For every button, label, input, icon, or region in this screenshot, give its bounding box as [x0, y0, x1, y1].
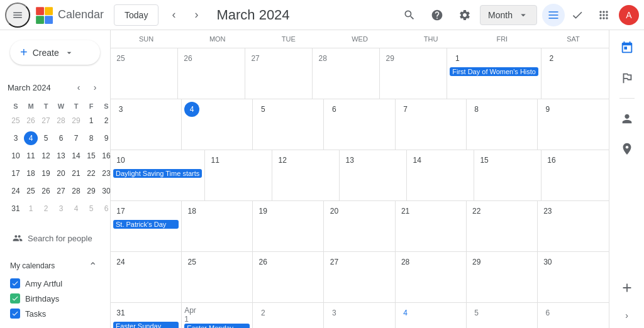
cal-day[interactable]: 21 [396, 201, 467, 251]
cal-day[interactable]: 2 [541, 48, 609, 99]
today-button[interactable]: Today [114, 4, 158, 26]
mini-cal-day[interactable]: 4 [69, 200, 83, 217]
cal-day[interactable]: 4 [396, 303, 467, 328]
day-number[interactable]: 20 [326, 204, 341, 219]
mini-cal-next[interactable]: › [87, 80, 103, 95]
cal-day[interactable]: 2 [253, 303, 324, 328]
cal-day[interactable]: 9 [538, 99, 609, 150]
mini-cal-day[interactable]: 26 [39, 183, 53, 199]
day-number[interactable]: 7 [398, 102, 413, 117]
cal-day[interactable]: 15 [474, 150, 541, 200]
mini-cal-day[interactable]: 30 [99, 183, 111, 199]
day-number[interactable]: 28 [398, 254, 413, 270]
mini-cal-day[interactable]: 3 [9, 130, 23, 146]
day-number[interactable]: 26 [255, 254, 270, 270]
day-number[interactable]: 30 [540, 254, 555, 270]
mini-cal-day[interactable]: 20 [54, 165, 68, 182]
grid-view-button[interactable] [542, 4, 565, 26]
mini-cal-day[interactable]: 10 [9, 148, 23, 164]
cal-day[interactable]: 29 [380, 48, 447, 99]
day-number[interactable]: 16 [544, 153, 559, 168]
mini-cal-day[interactable]: 27 [39, 112, 53, 129]
mini-cal-prev[interactable]: ‹ [71, 80, 86, 95]
cal-day[interactable]: 5 [253, 99, 324, 150]
mini-cal-day[interactable]: 2 [39, 200, 53, 217]
cal-day[interactable]: 18 [182, 201, 253, 251]
day-number[interactable]: Apr 1 [184, 307, 199, 322]
cal-day[interactable]: 14 [407, 150, 474, 200]
day-number[interactable]: 29 [469, 254, 484, 270]
day-number[interactable]: 12 [275, 153, 290, 168]
mini-cal-day[interactable]: 12 [39, 148, 53, 164]
prev-month-button[interactable]: ‹ [164, 5, 184, 25]
cal-day[interactable]: 28 [396, 252, 467, 302]
cal-day[interactable]: 26 [253, 252, 324, 302]
mini-cal-day[interactable]: 5 [84, 200, 98, 217]
calendar-item-amy[interactable]: Amy Artful [0, 276, 110, 291]
cal-day[interactable]: 7 [396, 99, 467, 150]
right-panel-calendar-icon[interactable] [614, 35, 640, 60]
mini-cal-day[interactable]: 1 [84, 112, 98, 129]
day-number[interactable]: 11 [208, 153, 223, 168]
mini-cal-day[interactable]: 29 [69, 112, 83, 129]
day-number[interactable]: 22 [469, 204, 484, 219]
mini-cal-day[interactable]: 13 [54, 148, 68, 164]
day-number[interactable]: 29 [382, 51, 397, 66]
settings-button[interactable] [452, 3, 477, 28]
cal-day[interactable]: 1First Day of Women's Histo [447, 48, 541, 99]
right-panel-add-button[interactable] [614, 275, 640, 300]
day-number[interactable]: 14 [409, 153, 425, 168]
cal-day[interactable]: 31Easter Sunday [111, 303, 182, 328]
month-view-selector[interactable]: Month [480, 5, 537, 25]
mini-cal-day[interactable]: 27 [54, 183, 68, 199]
calendar-event[interactable]: St. Patrick's Day [113, 220, 179, 229]
cal-day[interactable]: 3 [111, 99, 182, 150]
calendar-item-birthdays[interactable]: Birthdays [0, 291, 110, 306]
mini-cal-day[interactable]: 17 [9, 165, 23, 182]
day-number[interactable]: 18 [184, 204, 199, 219]
mini-cal-day[interactable]: 21 [69, 165, 83, 182]
mini-cal-day[interactable]: 28 [69, 183, 83, 199]
cal-day[interactable]: 12 [272, 150, 340, 200]
mini-cal-day[interactable]: 18 [24, 165, 38, 182]
right-panel-map-icon[interactable] [614, 136, 640, 161]
mini-cal-day[interactable]: 1 [24, 200, 38, 217]
cal-day[interactable]: 27 [324, 252, 395, 302]
search-button[interactable] [397, 3, 422, 28]
cal-day[interactable]: Apr 1Easter Monday [182, 303, 253, 328]
cal-day[interactable]: 26 [178, 48, 245, 99]
day-number[interactable]: 2 [544, 51, 559, 66]
menu-icon-button[interactable] [5, 3, 30, 28]
mini-cal-day[interactable]: 3 [54, 200, 68, 217]
day-number[interactable]: 4 [398, 305, 413, 320]
day-number[interactable]: 15 [477, 153, 492, 168]
calendar-item-tasks[interactable]: Tasks [0, 306, 110, 321]
check-view-button[interactable] [566, 4, 589, 26]
mini-cal-day[interactable]: 16 [99, 148, 111, 164]
cal-day[interactable]: 28 [313, 48, 380, 99]
mini-cal-day[interactable]: 25 [9, 112, 23, 129]
day-number[interactable]: 9 [540, 102, 555, 117]
mini-cal-day[interactable]: 6 [99, 200, 111, 217]
my-calendars-toggle[interactable]: ⌃ [85, 258, 100, 273]
cal-day[interactable]: 10Daylight Saving Time starts [111, 150, 205, 200]
mini-cal-day[interactable]: 19 [39, 165, 53, 182]
day-number[interactable]: 31 [113, 305, 128, 320]
day-number[interactable]: 28 [315, 51, 330, 66]
mini-cal-day[interactable]: 6 [54, 130, 68, 146]
mini-cal-day[interactable]: 14 [69, 148, 83, 164]
day-number[interactable]: 10 [113, 153, 128, 168]
day-number[interactable]: 23 [540, 204, 555, 219]
calendar-event[interactable]: Daylight Saving Time starts [113, 169, 202, 178]
cal-day[interactable]: 11 [205, 150, 272, 200]
cal-day[interactable]: 25 [182, 252, 253, 302]
day-number[interactable]: 21 [398, 204, 413, 219]
help-button[interactable] [425, 3, 450, 28]
day-number[interactable]: 25 [184, 254, 199, 270]
day-number[interactable]: 5 [255, 102, 270, 117]
mini-cal-day[interactable]: 9 [99, 130, 111, 146]
day-number[interactable]: 5 [469, 305, 484, 320]
create-button[interactable]: + Create [10, 40, 100, 65]
mini-cal-day[interactable]: 2 [99, 112, 111, 129]
cal-day[interactable]: 16 [541, 150, 609, 200]
